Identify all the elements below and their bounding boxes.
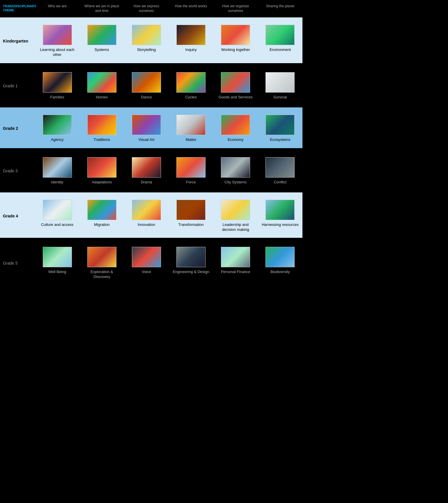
unit-cell-g1-2[interactable]: Dance xyxy=(124,71,169,101)
grade-label-cell-g2: Grade 2 xyxy=(0,113,35,144)
unit-image-placeholder-kg-2 xyxy=(132,25,161,45)
unit-image-placeholder-g1-2 xyxy=(132,72,161,92)
unit-label-g3-0: Identity xyxy=(51,180,63,185)
unit-image-g3-2 xyxy=(132,157,161,178)
unit-image-kg-5 xyxy=(265,25,295,45)
unit-image-placeholder-kg-1 xyxy=(88,25,116,45)
unit-image-placeholder-kg-5 xyxy=(266,25,294,45)
grade-label-g1: Grade 1 xyxy=(3,84,18,88)
unit-cell-kg-2[interactable]: Storytelling xyxy=(124,23,169,59)
unit-cell-g2-3[interactable]: Matter xyxy=(169,113,213,144)
unit-cell-kg-1[interactable]: Systems xyxy=(79,23,124,59)
unit-label-g3-2: Drama xyxy=(141,180,152,185)
unit-cell-kg-0[interactable]: Learning about each other xyxy=(35,23,79,59)
grade-label-g5: Grade 5 xyxy=(3,261,18,265)
unit-cell-g5-3[interactable]: Engineering & Design xyxy=(169,245,213,281)
unit-cell-g1-3[interactable]: Cycles xyxy=(169,71,213,101)
unit-label-g5-4: Personal Finance xyxy=(221,270,250,274)
unit-image-placeholder-kg-3 xyxy=(177,25,205,45)
unit-cell-g4-1[interactable]: Migration xyxy=(79,198,124,234)
unit-image-kg-2 xyxy=(132,25,161,45)
unit-label-kg-3: Inquiry xyxy=(185,47,197,52)
unit-image-placeholder-g2-2 xyxy=(132,115,161,135)
header-col-2: Where we are in place and time xyxy=(79,3,124,14)
grade-label-cell-g1: Grade 1 xyxy=(0,71,35,101)
unit-image-g3-4 xyxy=(221,157,250,178)
unit-image-placeholder-g3-0 xyxy=(43,157,72,177)
unit-label-g1-3: Cycles xyxy=(185,95,197,100)
unit-image-kg-3 xyxy=(176,25,206,45)
unit-label-kg-1: Systems xyxy=(95,47,109,52)
unit-image-g5-0 xyxy=(43,247,72,267)
unit-label-g4-5: Harnessing resources xyxy=(262,222,298,227)
unit-label-g2-5: Ecosystems xyxy=(270,137,290,142)
unit-cell-g2-2[interactable]: Visual Art xyxy=(124,113,169,144)
unit-cell-g2-5[interactable]: Ecosystems xyxy=(258,113,302,144)
unit-cell-g5-1[interactable]: Exploration & Discovery xyxy=(79,245,124,281)
unit-cell-g3-2[interactable]: Drama xyxy=(124,156,169,186)
unit-image-placeholder-g2-5 xyxy=(266,115,294,135)
unit-cell-g3-4[interactable]: City Systems xyxy=(213,156,258,186)
unit-image-g5-3 xyxy=(176,247,206,267)
unit-cell-kg-3[interactable]: Inquiry xyxy=(169,23,213,59)
grade-label-cell-g4: Grade 4 xyxy=(0,198,35,234)
unit-image-placeholder-g4-4 xyxy=(221,200,250,220)
header-theme-label: TRANSDISCIPLINARY THEME xyxy=(0,3,35,14)
unit-image-g3-5 xyxy=(265,157,295,178)
unit-cell-g4-3[interactable]: Transformation xyxy=(169,198,213,234)
unit-cell-g4-5[interactable]: Harnessing resources xyxy=(258,198,302,234)
unit-cell-g1-0[interactable]: Families xyxy=(35,71,79,101)
unit-cell-g3-1[interactable]: Adaptations xyxy=(79,156,124,186)
unit-image-g2-5 xyxy=(265,115,295,135)
unit-cell-g1-5[interactable]: Survival xyxy=(258,71,302,101)
unit-cell-g3-0[interactable]: Identity xyxy=(35,156,79,186)
unit-image-placeholder-g3-5 xyxy=(266,157,294,177)
grade-row-g4: Grade 4Culture and accessMigrationInnova… xyxy=(0,192,302,238)
unit-label-g5-3: Engineering & Design xyxy=(173,270,209,274)
unit-image-kg-4 xyxy=(221,25,250,45)
unit-image-placeholder-g5-1 xyxy=(88,247,116,267)
unit-cell-g2-1[interactable]: Traditions xyxy=(79,113,124,144)
unit-cell-g3-5[interactable]: Conflict xyxy=(258,156,302,186)
unit-cell-g5-0[interactable]: Well Being xyxy=(35,245,79,281)
unit-cell-g5-2[interactable]: Voice xyxy=(124,245,169,281)
grades-container: KindergartenLearning about each otherSys… xyxy=(0,17,302,285)
unit-image-placeholder-g3-3 xyxy=(177,157,205,177)
unit-image-placeholder-g5-5 xyxy=(266,247,294,267)
unit-cell-g4-0[interactable]: Culture and access xyxy=(35,198,79,234)
unit-label-g3-5: Conflict xyxy=(274,180,286,185)
grade-label-cell-g3: Grade 3 xyxy=(0,156,35,186)
unit-image-placeholder-g3-2 xyxy=(132,157,161,177)
unit-cell-g1-4[interactable]: Goods and Services xyxy=(213,71,258,101)
unit-cell-g4-4[interactable]: Leadership and decision making xyxy=(213,198,258,234)
grade-label-kg: Kindergarten xyxy=(3,39,28,43)
grade-label-g3: Grade 3 xyxy=(3,169,18,173)
unit-cell-g5-4[interactable]: Personal Finance xyxy=(213,245,258,281)
unit-cell-kg-5[interactable]: Environment xyxy=(258,23,302,59)
unit-label-g2-2: Visual Art xyxy=(139,137,155,142)
unit-cell-g4-2[interactable]: Innovation xyxy=(124,198,169,234)
grade-row-kg: KindergartenLearning about each otherSys… xyxy=(0,17,302,63)
unit-cell-kg-4[interactable]: Working together xyxy=(213,23,258,59)
unit-label-g2-0: Agency xyxy=(51,137,63,142)
unit-image-placeholder-g2-0 xyxy=(43,115,72,135)
unit-image-g1-0 xyxy=(43,72,72,93)
unit-image-g1-3 xyxy=(176,72,206,93)
unit-cell-g2-0[interactable]: Agency xyxy=(35,113,79,144)
unit-image-g2-4 xyxy=(221,115,250,135)
unit-image-placeholder-g2-1 xyxy=(88,115,116,135)
unit-image-g1-1 xyxy=(87,72,116,93)
grade-row-g3: Grade 3IdentityAdaptationsDramaForceCity… xyxy=(0,150,302,191)
unit-cell-g5-5[interactable]: Biodiversity xyxy=(258,245,302,281)
unit-image-placeholder-g3-1 xyxy=(88,157,116,177)
unit-image-g3-3 xyxy=(176,157,206,178)
unit-image-placeholder-g4-3 xyxy=(177,200,205,220)
unit-image-g5-5 xyxy=(265,247,295,267)
grade-label-g4: Grade 4 xyxy=(3,214,18,218)
unit-cell-g1-1[interactable]: Homes xyxy=(79,71,124,101)
unit-image-placeholder-g4-1 xyxy=(88,200,116,220)
unit-image-g4-1 xyxy=(87,200,116,220)
unit-cell-g3-3[interactable]: Force xyxy=(169,156,213,186)
unit-image-g2-3 xyxy=(176,115,206,135)
unit-cell-g2-4[interactable]: Economy xyxy=(213,113,258,144)
